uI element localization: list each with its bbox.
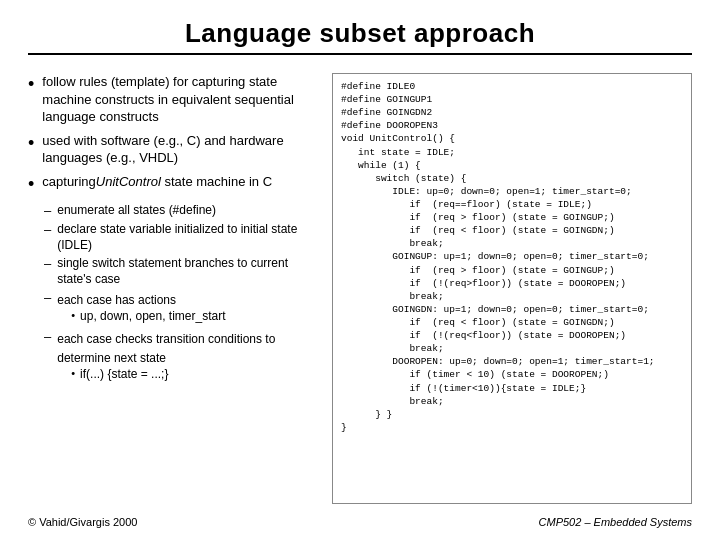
sub-sub-2: • if(...) {state = ...;} <box>71 367 318 383</box>
left-column: • follow rules (template) for capturing … <box>28 73 318 504</box>
footer-left: © Vahid/Givargis 2000 <box>28 516 137 528</box>
bullet-dot-3: • <box>28 174 34 196</box>
sub-item-2: – declare state variable initialized to … <box>44 222 318 253</box>
title-underline <box>28 53 692 55</box>
sub-item-4: – each case has actions • up, down, open… <box>44 290 318 326</box>
sub-dash-3: – <box>44 256 51 271</box>
title-area: Language subset approach <box>28 18 692 55</box>
bullet-3-text: capturing <box>42 174 95 189</box>
bullet-dot-1: • <box>28 74 34 96</box>
bullet-1: • follow rules (template) for capturing … <box>28 73 318 126</box>
slide-title: Language subset approach <box>28 18 692 49</box>
sub-text-5: each case checks transition conditions t… <box>57 332 275 365</box>
bullet-dot-2: • <box>28 133 34 155</box>
sub-sub-1: • up, down, open, timer_start <box>71 309 225 325</box>
bullet-text-3: capturingUnitControl state machine in C <box>42 173 272 191</box>
sub-item-5-content: each case checks transition conditions t… <box>57 329 318 384</box>
sub-sub-text-2: if(...) {state = ...;} <box>80 367 168 383</box>
sub-dash-1: – <box>44 203 51 218</box>
sub-sub-item-1: • up, down, open, timer_start <box>71 309 225 325</box>
sub-sub-item-2: • if(...) {state = ...;} <box>71 367 318 383</box>
sub-sub-text-1: up, down, open, timer_start <box>80 309 225 325</box>
code-panel: #define IDLE0 #define GOINGUP1 #define G… <box>332 73 692 504</box>
bullet-text-1: follow rules (template) for capturing st… <box>42 73 318 126</box>
sub-item-1: – enumerate all states (#define) <box>44 203 318 219</box>
bullet-3-italic: UnitControl <box>96 174 161 189</box>
sub-bullets: – enumerate all states (#define) – decla… <box>44 203 318 387</box>
sub-item-4-content: each case has actions • up, down, open, … <box>57 290 225 326</box>
sub-text-4: each case has actions <box>57 293 176 307</box>
bullet-3: • capturingUnitControl state machine in … <box>28 173 318 196</box>
sub-text-1: enumerate all states (#define) <box>57 203 216 219</box>
footer: © Vahid/Givargis 2000 CMP502 – Embedded … <box>28 512 692 528</box>
bullet-3-text2: state machine in C <box>161 174 272 189</box>
slide: Language subset approach • follow rules … <box>0 0 720 540</box>
sub-item-3: – single switch statement branches to cu… <box>44 256 318 287</box>
sub-text-2: declare state variable initialized to in… <box>57 222 318 253</box>
sub-text-3: single switch statement branches to curr… <box>57 256 318 287</box>
code-content: #define IDLE0 #define GOINGUP1 #define G… <box>341 80 683 434</box>
sub-sub-bullet-1: • <box>71 309 75 321</box>
sub-dash-2: – <box>44 222 51 237</box>
content-area: • follow rules (template) for capturing … <box>28 73 692 504</box>
sub-sub-bullet-2: • <box>71 367 75 379</box>
sub-item-5: – each case checks transition conditions… <box>44 329 318 384</box>
bullet-2: • used with software (e.g., C) and hardw… <box>28 132 318 167</box>
sub-dash-5: – <box>44 329 51 344</box>
footer-right: CMP502 – Embedded Systems <box>539 516 692 528</box>
bullet-text-2: used with software (e.g., C) and hardwar… <box>42 132 318 167</box>
sub-dash-4: – <box>44 290 51 305</box>
